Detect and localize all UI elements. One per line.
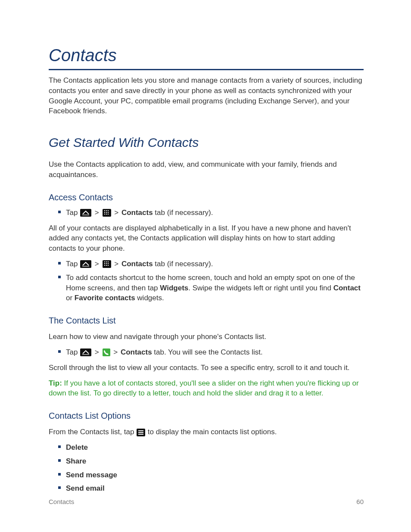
contacts-list-steps: Tap > > Contacts tab. You will see the C… [58,347,364,358]
options-list: Delete Share Send message Send email [58,442,364,494]
svg-rect-0 [80,209,91,217]
svg-rect-4 [106,210,107,211]
favorite-contacts-bold: Favorite contacts [75,294,135,302]
tap-prefix: Tap [66,208,80,217]
li2-or: or [66,294,75,302]
svg-rect-5 [108,210,109,211]
access-contacts-paragraph: All of your contacts are displayed alpha… [49,223,364,254]
list-item: Send email [58,483,364,494]
option-send-email: Send email [66,484,105,492]
apps-grid-icon [103,260,111,268]
footer-section-name: Contacts [49,497,74,506]
section-intro: Use the Contacts application to add, vie… [49,159,364,180]
tap-prefix: Tap [66,260,80,268]
subhead-contacts-list-options: Contacts List Options [49,410,364,422]
tap-prefix: Tap [66,348,80,356]
separator: > [112,208,121,217]
svg-rect-7 [106,212,107,213]
widgets-bold: Widgets [160,284,188,292]
separator: > [112,260,121,268]
option-share: Share [66,457,86,465]
svg-rect-10 [106,214,107,215]
footer-page-number: 60 [356,497,364,506]
home-icon [80,260,91,268]
svg-rect-20 [108,263,109,264]
apps-grid-icon [103,209,111,217]
separator: > [93,208,101,217]
home-icon [80,209,91,217]
contacts-bold: Contacts [121,208,153,217]
page-title: Contacts [49,43,364,70]
svg-rect-9 [104,214,105,215]
svg-rect-18 [104,263,105,264]
svg-rect-3 [104,210,105,211]
home-icon [80,348,91,356]
list-item: Tap > > Contacts tab (if necessary). [58,208,364,218]
separator: > [93,348,101,356]
svg-rect-8 [108,212,109,213]
tab-suffix: tab. You will see the Contacts list. [152,348,263,356]
access-contacts-list-1: Tap > > Contacts tab (if necessary). [58,208,364,218]
contact-bold: Contact [333,284,361,292]
section-heading-get-started: Get Started With Contacts [49,134,364,152]
svg-rect-11 [108,214,109,215]
contacts-list-scroll: Scroll through the list to view all your… [49,363,364,373]
options-intro-suffix: to display the main contacts list option… [146,428,277,436]
tab-suffix: tab (if necessary). [153,260,213,268]
svg-rect-19 [106,263,107,264]
phone-icon [103,348,110,356]
li2-suffix: widgets. [135,294,164,302]
tab-suffix: tab (if necessary). [153,208,213,217]
intro-paragraph: The Contacts application lets you store … [49,75,364,116]
access-contacts-list-2: Tap > > Contacts tab (if necessary). To … [58,259,364,303]
subhead-contacts-list: The Contacts List [49,314,364,327]
contacts-bold: Contacts [121,260,153,268]
option-send-message: Send message [66,471,117,479]
options-intro-prefix: From the Contacts list, tap [49,428,136,436]
page: Contacts The Contacts application lets y… [0,0,411,532]
contacts-list-intro: Learn how to view and navigate through y… [49,332,364,342]
options-intro: From the Contacts list, tap to display t… [49,427,364,437]
list-item: Tap > > Contacts tab. You will see the C… [58,347,364,358]
separator: > [112,348,120,356]
list-item: Share [58,456,364,467]
contacts-bold: Contacts [121,348,152,356]
tip-paragraph: Tip: If you have a lot of contacts store… [49,378,364,399]
separator: > [93,260,101,268]
list-item: To add contacts shortcut to the home scr… [58,273,364,303]
list-item: Delete [58,442,364,453]
tip-label: Tip: [49,379,62,387]
list-item: Tap > > Contacts tab (if necessary). [58,259,364,269]
svg-rect-16 [106,261,107,262]
svg-rect-26 [103,348,110,356]
svg-rect-24 [80,348,91,356]
list-item: Send message [58,470,364,480]
menu-icon [137,429,145,436]
svg-rect-15 [104,261,105,262]
svg-rect-21 [104,265,105,266]
page-footer: Contacts 60 [49,497,364,506]
svg-rect-17 [108,261,109,262]
svg-rect-6 [104,212,105,213]
tip-body: If you have a lot of contacts stored, yo… [49,379,359,398]
svg-rect-12 [80,260,91,268]
li2-mid: . Swipe the widgets left or right until … [188,284,333,292]
svg-rect-23 [108,265,109,266]
svg-rect-22 [106,265,107,266]
subhead-access-contacts: Access Contacts [49,191,364,203]
option-delete: Delete [66,443,88,451]
